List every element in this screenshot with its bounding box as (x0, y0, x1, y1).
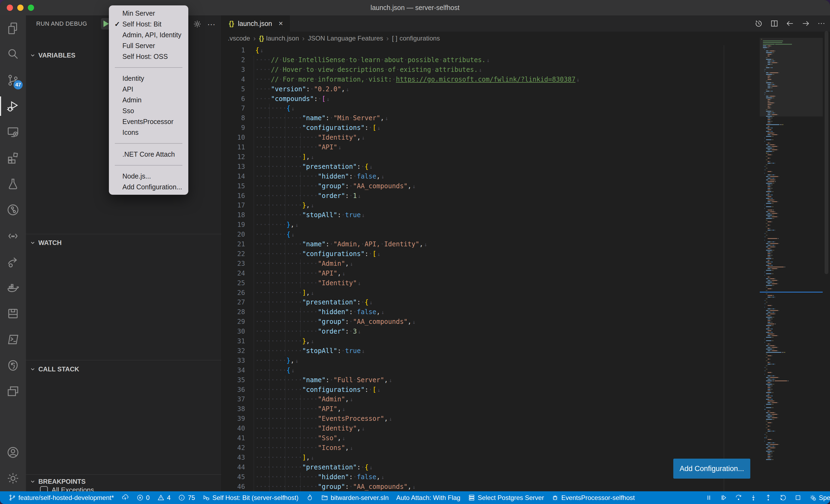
remote-explorer-icon[interactable] (0, 119, 26, 145)
timeline-icon[interactable] (754, 19, 764, 28)
section-watch[interactable]: WATCH (26, 237, 221, 248)
gitlens-icon[interactable] (0, 197, 26, 223)
breadcrumb-item[interactable]: {}launch.json (259, 35, 299, 42)
extensions-icon[interactable] (0, 145, 26, 171)
code-line[interactable]: 36············"configurations":·[↓ (222, 385, 767, 395)
code-line[interactable]: 24················"API",↓ (222, 269, 767, 278)
code-line[interactable]: 27············"presentation":·{↓ (222, 298, 767, 307)
menu-item-admin-api-identity[interactable]: Admin, API, Identity (109, 29, 188, 40)
debug-settings-gear-icon[interactable] (192, 19, 202, 29)
testing-icon[interactable] (0, 171, 26, 197)
code-line[interactable]: 23················"Admin",↓ (222, 259, 767, 269)
code-line[interactable]: 40················"Identity",↓ (222, 424, 767, 434)
code-line[interactable]: 32············"stopAll":·true↓ (222, 346, 767, 356)
terminal-icon[interactable] (0, 327, 26, 352)
code-line[interactable]: 30················"order":·3↓ (222, 327, 767, 337)
code-line[interactable]: 2····//·Use·IntelliSense·to·learn·about·… (222, 55, 767, 65)
menu-item-full-server[interactable]: Full Server (109, 40, 188, 51)
code-line[interactable]: 7········{↓ (222, 104, 767, 113)
code-line[interactable]: 17············},↓ (222, 201, 767, 210)
code-line[interactable]: 46················"group":·"AA_compounds… (222, 482, 767, 492)
code-line[interactable]: 37················"Admin",↓ (222, 395, 767, 404)
code-line[interactable]: 22············"configurations":·[↓ (222, 249, 767, 259)
status-branch-icon[interactable]: feature/self-hosted-development* (5, 491, 118, 504)
more-icon[interactable] (817, 19, 826, 28)
code-line[interactable]: 41················"Sso",↓ (222, 434, 767, 443)
code-line[interactable]: 11················"API"↓ (222, 143, 767, 152)
code-editor[interactable]: 1{↓2····//·Use·IntelliSense·to·learn·abo… (222, 45, 767, 491)
code-line[interactable]: 9············"configurations":·[↓ (222, 123, 767, 133)
storage-icon[interactable] (0, 301, 26, 327)
tab-launch-json[interactable]: {} launch.json × (222, 15, 290, 32)
menu-item-add-configuration[interactable]: Add Configuration... (109, 181, 188, 192)
status-auto-attach-with-flag[interactable]: Auto Attach: With Flag (392, 491, 464, 504)
code-line[interactable]: 25················"Identity"↓ (222, 278, 767, 288)
menu-item-self-host-oss[interactable]: Self Host: OSS (109, 51, 188, 62)
status-gear-badge-icon[interactable]: Spell (805, 491, 830, 504)
menu-item-icons[interactable]: Icons (109, 127, 188, 138)
status-cloud-upload-icon[interactable] (118, 491, 133, 504)
code-line[interactable]: 14················"hidden":·false,↓ (222, 172, 767, 181)
minimap[interactable] (760, 38, 823, 465)
code-line[interactable]: 28················"hidden":·false,↓ (222, 307, 767, 317)
code-line[interactable]: 5····"version":·"0.2.0",↓ (222, 85, 767, 94)
breadcrumb-item[interactable]: .vscode (228, 35, 250, 42)
breadcrumb-item[interactable]: JSON Language Features (308, 35, 383, 42)
menu-item-api[interactable]: API (109, 84, 188, 95)
code-line[interactable]: 42················"Icons",↓ (222, 443, 767, 453)
code-line[interactable]: 16················"order":·1↓ (222, 191, 767, 201)
menu-item-min-server[interactable]: Min Server (109, 8, 188, 19)
menu-item-net-core-attach[interactable]: .NET Core Attach (109, 149, 188, 160)
code-line[interactable]: 15················"group":·"AA_compounds… (222, 181, 767, 191)
status-debug-icon[interactable]: Self Host: Bit (server-selfhost) (199, 491, 302, 504)
settings-icon[interactable] (0, 465, 26, 491)
code-line[interactable]: 34········{↓ (222, 366, 767, 375)
code-line[interactable]: 33········},↓ (222, 356, 767, 366)
windows-icon[interactable] (0, 378, 26, 404)
section-divider[interactable] (26, 474, 221, 475)
code-line[interactable]: 39················"EventsProcessor",↓ (222, 414, 767, 424)
status-step-out-icon[interactable] (761, 491, 776, 504)
explorer-icon[interactable] (0, 15, 26, 41)
menu-item-eventsprocessor[interactable]: EventsProcessor (109, 116, 188, 127)
menu-item-identity[interactable]: Identity (109, 73, 188, 84)
status-folder-icon[interactable]: bitwarden-server.sln (317, 491, 392, 504)
code-line[interactable]: 3····//·Hover·to·view·descriptions·of·ex… (222, 65, 767, 75)
search-icon[interactable] (0, 41, 26, 67)
code-line[interactable]: 35············"name":·"Full·Server",↓ (222, 375, 767, 385)
code-line[interactable]: 4····//·For·more·information,·visit:·htt… (222, 75, 767, 85)
status-info-icon[interactable]: 75 (174, 491, 199, 504)
menu-item-node-js[interactable]: Node.js... (109, 171, 188, 181)
source-control-icon[interactable]: 47 (0, 67, 26, 93)
nav-forward-icon[interactable] (801, 19, 810, 28)
status-pause-icon[interactable] (701, 491, 716, 504)
views-more-actions-icon[interactable]: ··· (206, 19, 216, 29)
docker-icon[interactable] (0, 275, 26, 301)
add-configuration-button[interactable]: Add Configuration... (673, 459, 750, 479)
status-continue-icon[interactable] (716, 491, 731, 504)
status-stop-icon[interactable] (791, 491, 805, 504)
status-server-icon[interactable]: Select Postgres Server (464, 491, 548, 504)
code-line[interactable]: 10················"Identity",↓ (222, 133, 767, 143)
code-line[interactable]: 1{↓ (222, 46, 767, 55)
code-line[interactable]: 26············],↓ (222, 288, 767, 298)
braces-icon[interactable] (0, 223, 26, 249)
section-divider[interactable] (26, 360, 221, 360)
account-icon[interactable] (0, 439, 26, 465)
status-step-into-icon[interactable] (746, 491, 761, 504)
status-step-over-icon[interactable] (731, 491, 746, 504)
close-tab-icon[interactable]: × (279, 19, 283, 28)
run-debug-icon[interactable] (0, 93, 26, 119)
section-call-stack[interactable]: CALL STACK (26, 364, 221, 375)
code-line[interactable]: 12············],↓ (222, 152, 767, 162)
code-line[interactable]: 19········},↓ (222, 220, 767, 230)
code-line[interactable]: 21············"name":·"Admin,·API,·Ident… (222, 240, 767, 249)
code-line[interactable]: 18············"stopAll":·true↓ (222, 210, 767, 220)
code-line[interactable]: 38················"API",↓ (222, 404, 767, 414)
menu-item-sso[interactable]: Sso (109, 105, 188, 116)
section-divider[interactable] (26, 234, 221, 234)
nav-back-icon[interactable] (785, 19, 795, 28)
code-line[interactable]: 6····"compounds":·[↓ (222, 94, 767, 104)
live-share-icon[interactable] (0, 249, 26, 275)
split-editor-icon[interactable] (769, 19, 779, 28)
